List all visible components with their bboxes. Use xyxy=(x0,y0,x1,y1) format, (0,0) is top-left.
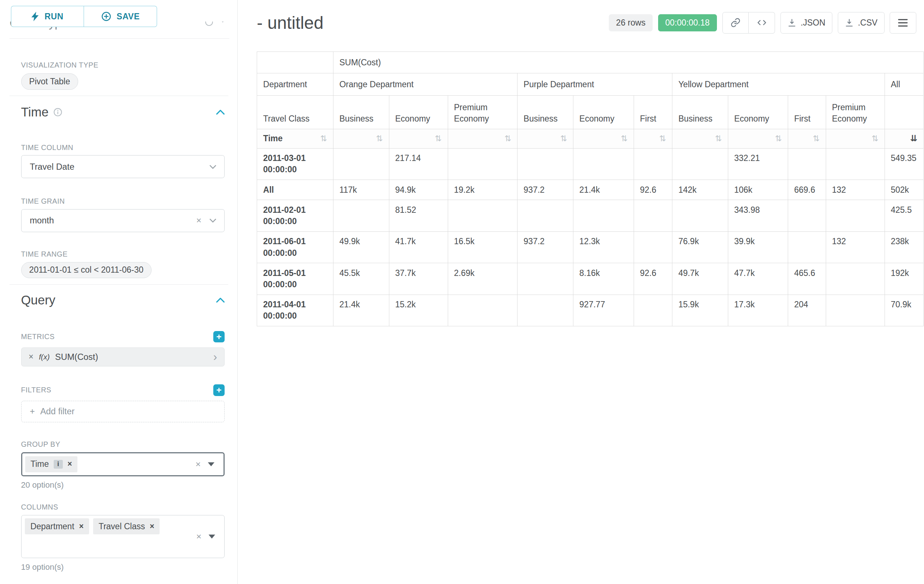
pivot-cell xyxy=(573,200,634,231)
export-json-button[interactable]: .JSON xyxy=(780,12,832,34)
travel-class-header: Economy xyxy=(389,95,448,129)
sort-cell[interactable]: ⇅ xyxy=(634,129,672,148)
pivot-cell: 12.3k xyxy=(573,231,634,263)
sort-cell[interactable]: ⇅ xyxy=(448,129,518,148)
sort-icon[interactable]: ⇅ xyxy=(435,133,442,144)
sort-icon[interactable]: ⇅ xyxy=(813,133,820,144)
columns-options-hint: 19 option(s) xyxy=(21,563,225,572)
chevron-up-icon xyxy=(216,110,224,115)
pivot-table: SUM(Cost) Department Orange DepartmentPu… xyxy=(257,51,924,326)
sort-icon[interactable]: ⇅ xyxy=(376,133,383,144)
pivot-cell xyxy=(518,294,573,326)
sort-cell[interactable]: ⇅ xyxy=(333,129,389,148)
col-dimension-label: Travel Class xyxy=(257,95,333,129)
pivot-cell xyxy=(634,231,672,263)
remove-metric-icon[interactable]: × xyxy=(28,352,33,362)
save-button[interactable]: SAVE xyxy=(84,6,157,27)
export-csv-button[interactable]: .CSV xyxy=(838,12,884,34)
sort-icon[interactable]: ⇅ xyxy=(560,133,567,144)
add-metric-button[interactable]: + xyxy=(213,331,224,342)
clear-icon[interactable]: × xyxy=(196,216,201,225)
pivot-cell xyxy=(672,148,728,179)
sort-cell[interactable]: ⇅ xyxy=(826,129,884,148)
sort-icon[interactable]: ⇅ xyxy=(320,133,327,144)
sort-icon[interactable]: ⇅ xyxy=(715,133,722,144)
row-label: 2011-03-01 00:00:00 xyxy=(257,148,333,179)
sort-icon[interactable]: ⇅ xyxy=(621,133,628,144)
pill-label: Travel Class xyxy=(99,521,145,531)
collapse-section-icon[interactable] xyxy=(216,110,224,115)
travel-class-header: Premium Economy xyxy=(448,95,518,129)
time-range-pill[interactable]: 2011-01-01 ≤ col < 2011-06-30 xyxy=(21,262,152,278)
chart-title[interactable]: - untitled xyxy=(257,13,323,33)
pivot-cell: 502k xyxy=(884,180,924,200)
add-filter-dropzone[interactable]: + Add filter xyxy=(21,401,225,422)
pivot-cell: 425.5 xyxy=(884,200,924,231)
remove-icon[interactable]: × xyxy=(68,459,72,469)
copy-link-button[interactable] xyxy=(723,12,749,34)
pivot-cell: 49.7k xyxy=(672,263,728,294)
menu-button[interactable] xyxy=(890,12,916,34)
col-dimension-label: Department xyxy=(257,73,333,95)
sort-icon[interactable]: ⇅ xyxy=(659,133,666,144)
sort-cell[interactable]: ⇊ xyxy=(884,129,924,148)
metric-pill[interactable]: × f(x) SUM(Cost) › xyxy=(21,347,225,367)
code-icon xyxy=(757,18,767,28)
collapse-section-icon[interactable] xyxy=(216,298,224,303)
chevron-right-icon[interactable]: › xyxy=(213,351,217,362)
query-section-header[interactable]: Query xyxy=(21,293,225,307)
time-section-header[interactable]: Time xyxy=(21,105,225,119)
pivot-cell: 217.14 xyxy=(389,148,448,179)
sort-cell[interactable]: ⇅ xyxy=(672,129,728,148)
sort-cell[interactable]: ⇅ xyxy=(573,129,634,148)
clear-icon[interactable]: × xyxy=(195,459,201,469)
selected-option-pill[interactable]: Travel Class× xyxy=(93,518,160,534)
row-dimension-cell[interactable]: Time ⇅ xyxy=(257,129,333,148)
view-query-button[interactable] xyxy=(749,12,775,34)
download-icon xyxy=(845,18,854,27)
pivot-cell xyxy=(634,148,672,179)
run-button[interactable]: RUN xyxy=(11,6,84,27)
sort-icon[interactable]: ⇅ xyxy=(872,133,879,144)
clear-icon[interactable]: × xyxy=(196,531,201,542)
travel-class-header: Economy xyxy=(728,95,788,129)
row-label: 2011-02-01 00:00:00 xyxy=(257,200,333,231)
run-button-label: RUN xyxy=(45,12,64,21)
export-json-label: .JSON xyxy=(800,18,825,28)
pivot-cell: 94.9k xyxy=(389,180,448,200)
plus-icon: + xyxy=(216,331,221,342)
chevron-down-icon xyxy=(209,164,216,169)
remove-icon[interactable]: × xyxy=(79,522,83,531)
sort-cell[interactable]: ⇅ xyxy=(389,129,448,148)
caret-down-icon xyxy=(208,535,215,539)
time-grain-select[interactable]: month × xyxy=(21,209,225,232)
pivot-cell: 17.3k xyxy=(728,294,788,326)
pivot-cell: 47.7k xyxy=(728,263,788,294)
time-column-select[interactable]: Travel Date xyxy=(21,155,225,178)
pivot-cell: 132 xyxy=(826,180,884,200)
viz-type-pill[interactable]: Pivot Table xyxy=(21,73,79,89)
pivot-cell: 45.5k xyxy=(333,263,389,294)
chart-header-actions: 26 rows 00:00:00.18 .JSON .CSV xyxy=(609,12,916,34)
groupby-select[interactable]: Timei× × xyxy=(21,452,225,476)
sort-cell[interactable]: ⇅ xyxy=(788,129,826,148)
pivot-cell xyxy=(634,294,672,326)
selected-option-pill[interactable]: Department× xyxy=(25,518,89,534)
pivot-cell: 76.9k xyxy=(672,231,728,263)
columns-label: COLUMNS xyxy=(21,503,225,512)
sort-icon[interactable]: ⇅ xyxy=(504,133,511,144)
columns-select[interactable]: Department×Travel Class× × xyxy=(21,515,225,558)
selected-option-pill[interactable]: Timei× xyxy=(25,456,78,472)
sort-cell[interactable]: ⇅ xyxy=(518,129,573,148)
metric-header-row: SUM(Cost) xyxy=(257,52,924,73)
pivot-cell xyxy=(788,231,826,263)
row-label: 2011-05-01 00:00:00 xyxy=(257,263,333,294)
pivot-cell: 2.69k xyxy=(448,263,518,294)
pivot-cell: 70.9k xyxy=(884,294,924,326)
sort-icon[interactable]: ⇅ xyxy=(775,133,782,144)
sort-desc-icon[interactable]: ⇊ xyxy=(910,133,917,144)
remove-icon[interactable]: × xyxy=(150,522,154,531)
add-filter-button[interactable]: + xyxy=(213,384,224,396)
sort-cell[interactable]: ⇅ xyxy=(728,129,788,148)
time-grain-label: TIME GRAIN xyxy=(21,197,225,206)
